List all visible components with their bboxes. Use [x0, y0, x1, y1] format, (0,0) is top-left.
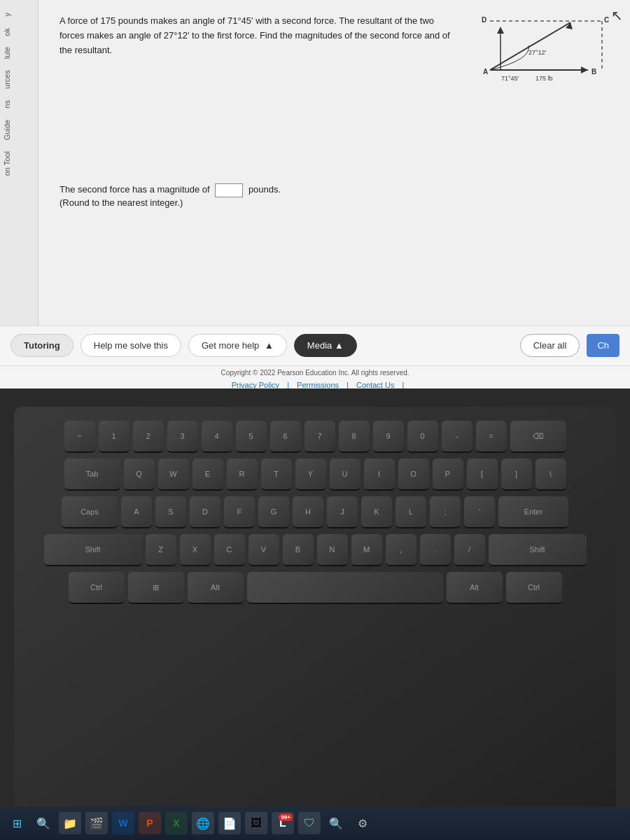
key-tilde[interactable]: ~	[64, 421, 95, 453]
key-slash[interactable]: /	[454, 534, 485, 566]
key-0[interactable]: 0	[407, 421, 438, 453]
ch-button[interactable]: Ch	[587, 334, 620, 357]
key-1[interactable]: 1	[99, 421, 130, 453]
key-win[interactable]: ⊞	[128, 572, 184, 604]
sidebar-item-ns[interactable]: ns	[0, 94, 38, 114]
key-lalt[interactable]: Alt	[188, 572, 244, 604]
key-backslash[interactable]: \	[536, 458, 566, 491]
key-q[interactable]: Q	[124, 458, 155, 491]
key-s[interactable]: S	[155, 496, 186, 528]
main-content: A force of 175 pounds makes an angle of …	[38, 0, 630, 364]
key-quote[interactable]: '	[464, 496, 495, 528]
key-2[interactable]: 2	[133, 421, 164, 453]
key-space[interactable]	[247, 572, 443, 604]
copyright-bar: Copyright © 2022 Pearson Education Inc. …	[0, 364, 630, 392]
key-t[interactable]: T	[261, 458, 292, 491]
key-3[interactable]: 3	[167, 421, 198, 453]
key-z[interactable]: Z	[146, 534, 176, 566]
taskbar-file-explorer[interactable]: 📁	[59, 812, 81, 834]
key-rshift[interactable]: Shift	[489, 534, 587, 566]
taskbar-search2-icon[interactable]: 🔍	[325, 812, 347, 834]
taskbar-video-app[interactable]: 🎬	[85, 812, 108, 834]
key-m[interactable]: M	[351, 534, 382, 566]
key-minus[interactable]: -	[442, 421, 472, 453]
answer-input[interactable]	[215, 183, 243, 197]
key-i[interactable]: I	[364, 458, 395, 491]
taskbar-search-button[interactable]: 🔍	[32, 812, 55, 834]
taskbar-settings-icon[interactable]: ⚙	[351, 812, 374, 834]
key-p[interactable]: P	[433, 458, 463, 491]
key-row-1: ~ 1 2 3 4 5 6 7 8 9 0 - = ⌫	[28, 421, 602, 453]
key-o[interactable]: O	[398, 458, 429, 491]
taskbar-powerpoint-app[interactable]: P	[139, 812, 161, 834]
taskbar-l-app[interactable]: L 99+	[272, 812, 294, 834]
key-j[interactable]: J	[327, 496, 358, 528]
taskbar-excel-app[interactable]: X	[165, 812, 188, 834]
key-h[interactable]: H	[293, 496, 323, 528]
sidebar-item-urces[interactable]: urces	[0, 64, 38, 94]
key-e[interactable]: E	[192, 458, 223, 491]
key-f[interactable]: F	[224, 496, 255, 528]
key-a[interactable]: A	[121, 496, 152, 528]
get-more-help-button[interactable]: Get more help ▲	[188, 334, 287, 357]
key-tab[interactable]: Tab	[64, 458, 120, 491]
sidebar-item-ok[interactable]: ok	[0, 22, 38, 42]
key-c[interactable]: C	[214, 534, 245, 566]
taskbar-image-app[interactable]: 🖼	[245, 812, 267, 834]
tutoring-button[interactable]: Tutoring	[10, 334, 74, 357]
svg-text:27°12': 27°12'	[528, 49, 547, 56]
key-ralt[interactable]: Alt	[447, 572, 503, 604]
svg-text:175 lb: 175 lb	[536, 75, 553, 82]
get-more-help-label: Get more help	[202, 340, 259, 351]
key-lbracket[interactable]: [	[467, 458, 498, 491]
key-lctrl[interactable]: Ctrl	[69, 572, 125, 604]
key-9[interactable]: 9	[373, 421, 404, 453]
key-enter[interactable]: Enter	[498, 496, 568, 528]
key-b[interactable]: B	[283, 534, 314, 566]
key-g[interactable]: G	[258, 496, 289, 528]
taskbar-word-app[interactable]: W	[112, 812, 134, 834]
sidebar-item-lule[interactable]: lule	[0, 41, 38, 64]
windows-start-button[interactable]: ⊞	[6, 812, 28, 834]
key-lshift[interactable]: Shift	[44, 534, 142, 566]
key-semicolon[interactable]: ;	[430, 496, 461, 528]
svg-text:D: D	[482, 16, 486, 24]
key-8[interactable]: 8	[339, 421, 370, 453]
key-w[interactable]: W	[158, 458, 189, 491]
svg-text:C: C	[604, 16, 609, 24]
key-rctrl[interactable]: Ctrl	[506, 572, 562, 604]
key-d[interactable]: D	[190, 496, 220, 528]
diagram-area: 71°45' 27°12' 175 lb A B C D	[462, 7, 616, 98]
sidebar-item-ontool[interactable]: on Tool	[0, 146, 38, 181]
key-row-4: Shift Z X C V B N M , . / Shift	[28, 534, 602, 566]
key-4[interactable]: 4	[202, 421, 232, 453]
key-5[interactable]: 5	[236, 421, 267, 453]
key-x[interactable]: X	[180, 534, 211, 566]
notification-badge: 99+	[279, 813, 293, 821]
key-n[interactable]: N	[317, 534, 348, 566]
taskbar-shield-app[interactable]: 🛡	[298, 812, 321, 834]
clear-all-button[interactable]: Clear all	[520, 334, 580, 357]
key-k[interactable]: K	[361, 496, 392, 528]
key-caps[interactable]: Caps	[62, 496, 118, 528]
key-rbracket[interactable]: ]	[501, 458, 532, 491]
key-6[interactable]: 6	[270, 421, 301, 453]
key-v[interactable]: V	[248, 534, 279, 566]
media-button[interactable]: Media ▲	[294, 334, 357, 357]
key-r[interactable]: R	[227, 458, 258, 491]
sidebar-item-guide[interactable]: Guide	[0, 114, 38, 146]
key-y[interactable]: Y	[295, 458, 326, 491]
key-backspace[interactable]: ⌫	[510, 421, 566, 453]
key-equals[interactable]: =	[476, 421, 507, 453]
taskbar-browser-app[interactable]: 🌐	[192, 812, 214, 834]
key-period[interactable]: .	[420, 534, 451, 566]
key-l[interactable]: L	[396, 496, 426, 528]
key-7[interactable]: 7	[304, 421, 335, 453]
sidebar-item-y[interactable]: y	[0, 7, 38, 22]
key-u[interactable]: U	[330, 458, 360, 491]
taskbar-files-app[interactable]: 📄	[218, 812, 241, 834]
help-me-solve-button[interactable]: Help me solve this	[80, 334, 181, 357]
svg-marker-7	[497, 27, 504, 34]
svg-text:71°45': 71°45'	[501, 75, 519, 82]
key-comma[interactable]: ,	[386, 534, 416, 566]
